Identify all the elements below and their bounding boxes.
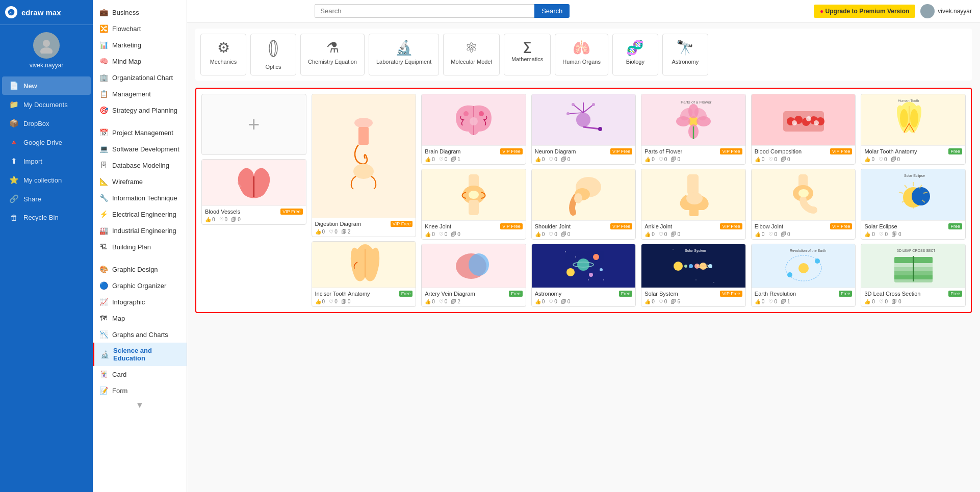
template-name: Solar System — [644, 291, 678, 297]
category-molecular[interactable]: ⚛ Molecular Model — [443, 34, 500, 75]
template-incisor[interactable]: Incisor Tooth Anatomy Free 👍 0 ♡ 0 🗐 0 — [312, 241, 417, 307]
snav-management[interactable]: 📋Management — [93, 86, 187, 102]
user-avatar — [920, 4, 935, 18]
snav-flowchart[interactable]: 🔀Flowchart — [93, 20, 187, 37]
svg-text:Human Tooth: Human Tooth — [898, 99, 919, 102]
copy-stat: 🗐 0 — [892, 299, 901, 304]
sidebar-item-new[interactable]: 📄 New — [2, 76, 91, 95]
snav-graphs-charts[interactable]: 📉Graphs and Charts — [93, 326, 187, 343]
snav-marketing[interactable]: 📊Marketing — [93, 37, 187, 53]
snav-industrial[interactable]: 🏭Industrial Engineering — [93, 222, 187, 239]
snav-orgchart[interactable]: 🏢Organizational Chart — [93, 69, 187, 86]
snav-strategy[interactable]: 🎯Strategy and Planning — [93, 102, 187, 118]
heart-stat: ♡ 0 — [879, 299, 888, 304]
template-digestion[interactable]: Digestion Diagram VIP Free 👍 0 ♡ 0 🗐 2 — [312, 94, 417, 237]
sidebar-item-recycle-bin[interactable]: 🗑 Recycle Bin — [2, 209, 91, 226]
svg-text:3D LEAF CROSS SECTION: 3D LEAF CROSS SECTION — [897, 249, 935, 252]
heart-stat: ♡ 0 — [768, 299, 777, 304]
recycle-icon: 🗑 — [9, 213, 18, 222]
snav-infographic[interactable]: 📈Infographic — [93, 294, 187, 310]
snav-business[interactable]: 💼Business — [93, 4, 187, 20]
heart-stat: ♡ 0 — [329, 299, 338, 304]
category-human-organs[interactable]: 🫁 Human Organs — [555, 34, 608, 75]
upgrade-button[interactable]: Upgrade to Premium Version — [814, 5, 915, 18]
template-brain[interactable]: Brain Diagram VIP Free 👍 0 ♡ 0 🗐 1 — [421, 94, 526, 165]
template-astronomy[interactable]: Astronomy Free 👍 0 ♡ 0 🗐 0 — [531, 244, 636, 307]
sidebar-item-my-documents[interactable]: 📁 My Documents — [2, 95, 91, 114]
svg-point-38 — [593, 254, 599, 260]
template-parts-flower[interactable]: Parts of a Flower — [641, 94, 746, 165]
template-earth-revolution[interactable]: Revolution of the Earth Earth Revolution… — [751, 244, 856, 307]
card-icon: 🃏 — [99, 370, 108, 378]
category-mechanics[interactable]: ⚙ Mechanics — [200, 34, 246, 75]
template-molar-tooth[interactable]: Human Tooth Molar Tooth An — [861, 94, 966, 165]
sidebar-item-my-collection[interactable]: ⭐ My collection — [2, 171, 91, 189]
template-knee-joint[interactable]: Knee Joint VIP Free 👍 0 ♡ 0 🗐 0 — [421, 169, 526, 240]
snav-map[interactable]: 🗺Map — [93, 310, 187, 326]
main-nav: 📄 New 📁 My Documents 📦 DropBox 🔺 Google … — [0, 73, 93, 492]
sidebar-item-import[interactable]: ⬆ Import — [2, 152, 91, 170]
snav-form[interactable]: 📝Form — [93, 382, 187, 399]
snav-electrical[interactable]: ⚡Electrical Engineering — [93, 206, 187, 222]
user-info: vivek.nayyar — [920, 4, 972, 18]
svg-point-19 — [469, 253, 489, 276]
like-stat: 👍 0 — [644, 157, 655, 162]
copy-stat: 🗐 0 — [561, 299, 571, 304]
template-shoulder-joint[interactable]: Shoulder Joint VIP Free 👍 0 ♡ 0 🗐 0 — [531, 169, 636, 240]
snav-card[interactable]: 🃏Card — [93, 366, 187, 382]
building-icon: 🏗 — [99, 243, 108, 251]
category-biology[interactable]: 🧬 Biology — [612, 34, 658, 75]
template-name: Blood Vessels — [205, 209, 240, 215]
snav-database[interactable]: 🗄Database Modeling — [93, 157, 187, 173]
snav-graphic-organizer[interactable]: 🔵Graphic Organizer — [93, 277, 187, 294]
snav-graphic-design[interactable]: 🎨Graphic Design — [93, 261, 187, 277]
template-ankle-joint[interactable]: Ankle Joint VIP Free 👍 0 ♡ 0 🗐 0 — [641, 169, 746, 240]
template-neuron[interactable]: Neuron Diagram VIP Free 👍 0 ♡ 0 🗐 0 — [531, 94, 636, 165]
search-input[interactable] — [315, 4, 534, 18]
template-stats: 👍 0 ♡ 0 🗐 0 — [535, 157, 633, 162]
svg-point-41 — [565, 251, 566, 252]
sidebar-item-label: New — [23, 82, 37, 90]
snav-software-dev[interactable]: 💻Software Development — [93, 141, 187, 157]
svg-point-5 — [924, 12, 931, 15]
copy-stat: 🗐 0 — [892, 231, 901, 237]
add-new-button[interactable]: + — [201, 94, 306, 155]
snav-infotech[interactable]: 🔧Information Technique — [93, 190, 187, 206]
template-name: Earth Revolution — [755, 291, 796, 297]
category-math[interactable]: ∑ Mathematics — [504, 34, 551, 75]
category-astronomy[interactable]: 🔭 Astronomy — [662, 34, 708, 75]
heart-stat: ♡ 0 — [439, 299, 448, 304]
gdrive-icon: 🔺 — [9, 138, 18, 147]
template-info: Astronomy Free 👍 0 ♡ 0 🗐 0 — [532, 288, 636, 306]
template-blood-vessels[interactable]: Blood Vessels VIP Free 👍 0 ♡ 0 🗐 0 — [201, 159, 306, 225]
electrical-icon: ⚡ — [99, 210, 108, 218]
vip-badge: VIP Free — [500, 223, 522, 229]
template-info: Digestion Diagram VIP Free 👍 0 ♡ 0 🗐 2 — [312, 218, 416, 237]
template-stats: 👍 0 ♡ 0 🗐 0 — [864, 231, 962, 237]
category-chemistry[interactable]: ⚗ Chemistry Equation — [300, 34, 365, 75]
category-optics[interactable]: Optics — [250, 34, 296, 75]
template-solar-system[interactable]: Solar System — [641, 244, 746, 307]
svg-point-27 — [598, 127, 602, 131]
search-button[interactable]: Search — [534, 4, 570, 18]
category-lab[interactable]: 🔬 Laboratory Equipment — [369, 34, 439, 75]
snav-science-edu[interactable]: 🔬Science and Education — [93, 343, 187, 366]
template-elbow-joint[interactable]: Elbow Joint VIP Free 👍 0 ♡ 0 🗐 0 — [751, 169, 856, 240]
template-stats: 👍 0 ♡ 0 🗐 0 — [755, 157, 853, 162]
snav-mindmap[interactable]: 🧠Mind Map — [93, 53, 187, 69]
template-solar-eclipse[interactable]: Solar Eclipse Solar Eclipse — [861, 169, 966, 240]
vip-badge: VIP Free — [720, 148, 742, 154]
sidebar-item-google-drive[interactable]: 🔺 Google Drive — [2, 133, 91, 151]
snav-wireframe[interactable]: 📐Wireframe — [93, 173, 187, 190]
sidebar-item-dropbox[interactable]: 📦 DropBox — [2, 114, 91, 133]
template-info: Ankle Joint VIP Free 👍 0 ♡ 0 🗐 0 — [641, 220, 745, 239]
template-blood-composition[interactable]: Blood Composition VIP Free 👍 0 ♡ 0 🗐 0 — [751, 94, 856, 165]
template-info: Brain Diagram VIP Free 👍 0 ♡ 0 🗐 1 — [422, 145, 526, 164]
template-artery-vein[interactable]: Artery Vein Diagram Free 👍 0 ♡ 0 🗐 2 — [421, 244, 526, 307]
template-name: 3D Leaf Cross Section — [864, 291, 920, 297]
snav-building[interactable]: 🏗Building Plan — [93, 239, 187, 255]
snav-project-mgmt[interactable]: 📅Project Management — [93, 124, 187, 141]
template-leaf-cross[interactable]: 3D LEAF CROSS SECTION — [861, 244, 966, 307]
sidebar-item-share[interactable]: 🔗 Share — [2, 190, 91, 208]
category-label: Human Organs — [562, 59, 601, 65]
